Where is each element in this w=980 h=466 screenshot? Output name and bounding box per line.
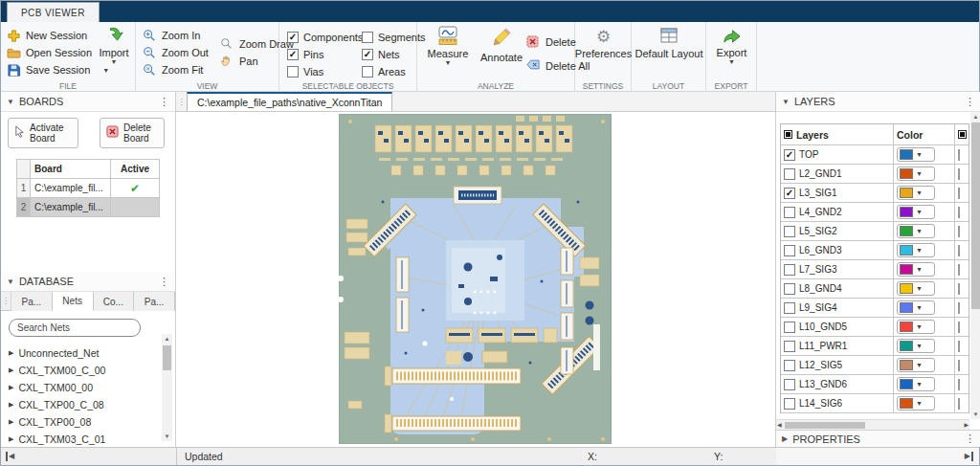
selectable-components-checkbox[interactable]: Components — [287, 29, 362, 46]
list-item[interactable]: ▶Unconnected_Net — [9, 344, 175, 362]
activate-board-button[interactable]: Activate Board — [8, 118, 78, 148]
export-button[interactable]: Export ▼ — [706, 27, 757, 65]
expand-arrow-icon[interactable]: ▶ — [9, 366, 13, 374]
database-tab-nets[interactable]: Nets — [53, 292, 94, 311]
table-row[interactable]: L11_PWR1▼ — [781, 337, 969, 356]
layer-color-dropdown[interactable]: ▼ — [897, 320, 935, 334]
layer-visibility-checkbox[interactable] — [784, 398, 795, 410]
expand-arrow-icon[interactable]: ▶ — [9, 349, 13, 357]
third-col-icon[interactable] — [958, 130, 967, 139]
layers-menu-icon[interactable]: ⋮ — [965, 96, 975, 108]
table-row[interactable]: L14_SIG6▼ — [781, 394, 969, 413]
layer-visibility-checkbox[interactable] — [784, 149, 795, 161]
layers-vscrollbar[interactable]: ▲ ▼ — [970, 112, 980, 419]
list-item[interactable]: ▶CXL_TXM03_C_01 — [9, 431, 175, 448]
collapse-arrow-icon[interactable]: ▼ — [7, 98, 14, 106]
search-nets-input[interactable] — [9, 319, 141, 337]
dock-left-icon[interactable]: ◀ — [6, 452, 14, 461]
scroll-down-icon[interactable]: ▼ — [162, 432, 172, 441]
layer-color-dropdown[interactable]: ▼ — [897, 300, 935, 315]
layer-visibility-checkbox[interactable] — [784, 245, 795, 256]
dock-right-icon[interactable]: ▶ — [965, 452, 973, 461]
selectable-pins-checkbox[interactable]: Pins — [287, 46, 362, 63]
checkbox-icon[interactable] — [362, 32, 373, 43]
list-item[interactable]: ▶CXL_TXP00_08 — [9, 413, 175, 431]
save-dropdown-caret[interactable]: ▼ — [102, 67, 109, 74]
table-row[interactable]: L12_SIG5▼ — [781, 356, 969, 375]
layer-visibility-checkbox[interactable] — [784, 188, 795, 199]
zoom-fit-button[interactable]: Zoom Fit — [143, 61, 209, 78]
layer-color-dropdown[interactable]: ▼ — [897, 377, 935, 391]
boards-menu-icon[interactable]: ⋮ — [159, 96, 169, 108]
table-row[interactable]: 2C:\example_fil... — [17, 198, 159, 217]
database-tab-pa[interactable]: Pa... — [11, 292, 53, 311]
layer-visibility-checkbox[interactable] — [784, 226, 795, 237]
nets-scrollbar[interactable]: ▲ ▼ — [162, 334, 172, 441]
selectable-vias-checkbox[interactable]: Vias — [287, 63, 362, 80]
layer-visibility-checkbox[interactable] — [784, 264, 795, 276]
expand-arrow-icon[interactable]: ▶ — [9, 435, 13, 443]
table-row[interactable]: L4_GND2▼ — [781, 203, 969, 222]
layer-color-dropdown[interactable]: ▼ — [897, 205, 935, 219]
annotate-button[interactable]: Annotate — [477, 28, 526, 63]
export-dropdown-caret[interactable]: ▼ — [728, 58, 735, 65]
document-tab[interactable]: C:\example_file_paths\native_XconnTitan — [187, 92, 392, 111]
layer-color-dropdown[interactable]: ▼ — [897, 243, 935, 257]
layer-visibility-checkbox[interactable] — [784, 302, 795, 314]
checkbox-icon[interactable] — [287, 66, 299, 78]
scroll-down-icon[interactable]: ▼ — [970, 410, 980, 419]
layer-visibility-checkbox[interactable] — [784, 322, 795, 333]
layer-visibility-checkbox[interactable] — [784, 379, 795, 390]
delete-board-button[interactable]: Delete Board — [100, 118, 165, 148]
expand-arrow-icon[interactable]: ▶ — [9, 384, 13, 391]
table-row[interactable]: TOP▼ — [781, 145, 969, 165]
table-row[interactable]: L13_GND6▼ — [781, 375, 969, 394]
layer-color-dropdown[interactable]: ▼ — [897, 147, 935, 162]
collapse-arrow-icon[interactable]: ▼ — [782, 98, 790, 106]
boards-panel-header[interactable]: ▼ BOARDS ⋮ — [1, 92, 175, 112]
table-row[interactable]: L8_GND4▼ — [781, 279, 969, 299]
checkbox-icon[interactable] — [287, 49, 299, 60]
layer-color-dropdown[interactable]: ▼ — [897, 358, 935, 372]
expand-arrow-icon[interactable]: ▶ — [9, 418, 13, 426]
measure-button[interactable]: Measure ▼ — [421, 26, 475, 66]
layer-visibility-checkbox[interactable] — [784, 341, 795, 352]
checkbox-icon[interactable] — [362, 66, 373, 78]
layer-color-dropdown[interactable]: ▼ — [897, 339, 935, 353]
selectable-nets-checkbox[interactable]: Nets — [362, 46, 425, 63]
table-row[interactable]: L10_GND5▼ — [781, 318, 969, 337]
checkbox-icon[interactable] — [287, 32, 299, 43]
scrollbar-thumb[interactable] — [163, 345, 171, 370]
pcb-board-image[interactable] — [339, 114, 612, 444]
table-row[interactable]: L6_GND3▼ — [781, 241, 969, 260]
layer-visibility-checkbox[interactable] — [784, 283, 795, 295]
list-item[interactable]: ▶CXL_TXP00_C_08 — [9, 396, 175, 413]
layers-panel-header[interactable]: ▼ LAYERS ⋮ — [776, 92, 980, 112]
list-item[interactable]: ▶CXL_TXM00_00 — [9, 379, 175, 396]
table-row[interactable]: L3_SIG1▼ — [781, 184, 969, 203]
database-tab-pa[interactable]: Pa... — [134, 292, 175, 311]
properties-menu-icon[interactable]: ⋮ — [965, 433, 975, 445]
database-tab-co[interactable]: Co... — [94, 292, 135, 311]
scroll-up-icon[interactable]: ▲ — [162, 334, 172, 344]
database-panel-header[interactable]: ▼ DATABASE ⋮ — [1, 272, 175, 292]
table-row[interactable]: 1C:\example_fil...✔ — [17, 179, 159, 198]
zoom-out-button[interactable]: Zoom Out — [143, 44, 209, 61]
list-item[interactable]: ▶CXL_TXM00_C_00 — [9, 362, 175, 379]
default-layout-button[interactable]: Default Layout — [632, 28, 706, 59]
layers-hscrollbar[interactable]: ◀ ▶ — [776, 419, 969, 430]
layer-visibility-checkbox[interactable] — [784, 207, 795, 218]
table-row[interactable]: L7_SIG3▼ — [781, 260, 969, 279]
pcb-canvas[interactable] — [176, 112, 775, 447]
scroll-up-icon[interactable]: ▲ — [970, 112, 980, 122]
table-row[interactable]: L9_SIG4▼ — [781, 299, 969, 318]
selectable-segments-checkbox[interactable]: Segments — [362, 29, 425, 46]
selectable-areas-checkbox[interactable]: Areas — [362, 63, 425, 80]
layer-color-dropdown[interactable]: ▼ — [897, 186, 935, 200]
expand-arrow-icon[interactable]: ▶ — [782, 434, 788, 443]
expand-arrow-icon[interactable]: ▶ — [9, 401, 13, 409]
layer-color-dropdown[interactable]: ▼ — [897, 262, 935, 277]
layer-color-dropdown[interactable]: ▼ — [897, 281, 935, 296]
scrollbar-thumb[interactable] — [785, 422, 865, 429]
tab-pcb-viewer[interactable]: PCB VIEWER — [7, 2, 100, 22]
